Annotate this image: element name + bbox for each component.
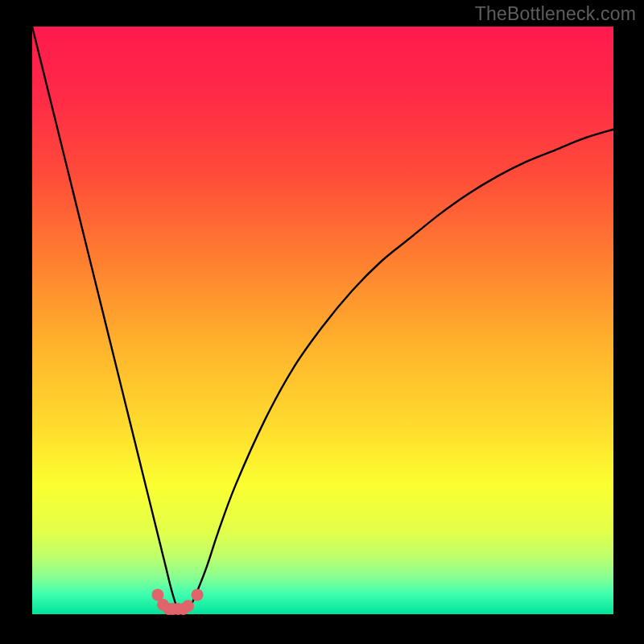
watermark-text: TheBottleneck.com [475,3,636,25]
plot-background [32,27,613,614]
marker-point [192,588,204,601]
chart-container: { "watermark": "TheBottleneck.com", "col… [0,0,644,644]
bottleneck-chart [0,0,644,644]
marker-point [182,600,194,612]
